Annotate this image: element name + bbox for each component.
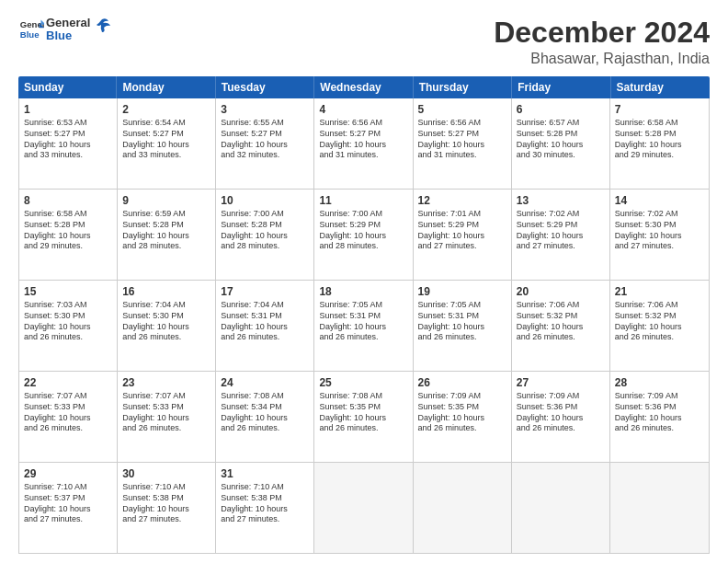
day-number: 4 [319, 102, 407, 117]
day-number: 26 [418, 375, 506, 390]
calendar-cell: 31Sunrise: 7:10 AMSunset: 5:38 PMDayligh… [216, 463, 314, 553]
calendar-cell: 19Sunrise: 7:05 AMSunset: 5:31 PMDayligh… [414, 281, 512, 371]
cell-info: Sunrise: 7:08 AMSunset: 5:34 PMDaylight:… [221, 391, 309, 434]
cell-info: Sunrise: 7:02 AMSunset: 5:29 PMDaylight:… [517, 209, 605, 252]
svg-text:Blue: Blue [20, 29, 40, 40]
day-number: 27 [517, 375, 605, 390]
day-number: 16 [122, 284, 210, 299]
page: General Blue General Blue December 2024 … [0, 0, 728, 563]
calendar-cell [414, 463, 512, 553]
day-number: 14 [615, 193, 704, 208]
calendar-cell [610, 463, 709, 553]
day-number: 18 [319, 284, 407, 299]
cell-info: Sunrise: 7:07 AMSunset: 5:33 PMDaylight:… [122, 391, 210, 434]
cell-info: Sunrise: 7:00 AMSunset: 5:28 PMDaylight:… [221, 209, 309, 252]
calendar-cell: 22Sunrise: 7:07 AMSunset: 5:33 PMDayligh… [19, 372, 118, 462]
day-number: 13 [517, 193, 605, 208]
cell-info: Sunrise: 7:00 AMSunset: 5:29 PMDaylight:… [319, 209, 407, 252]
calendar-cell [314, 463, 413, 553]
day-number: 20 [517, 284, 605, 299]
cell-info: Sunrise: 7:04 AMSunset: 5:31 PMDaylight:… [221, 300, 309, 343]
cell-info: Sunrise: 6:56 AMSunset: 5:27 PMDaylight:… [319, 118, 407, 161]
calendar-cell: 27Sunrise: 7:09 AMSunset: 5:36 PMDayligh… [512, 372, 610, 462]
day-number: 12 [418, 193, 506, 208]
cell-info: Sunrise: 6:59 AMSunset: 5:28 PMDaylight:… [122, 209, 210, 252]
day-number: 24 [221, 375, 309, 390]
day-number: 19 [418, 284, 506, 299]
day-number: 7 [615, 102, 704, 117]
day-number: 1 [24, 102, 112, 117]
cell-info: Sunrise: 7:07 AMSunset: 5:33 PMDaylight:… [24, 391, 112, 434]
calendar-cell: 5Sunrise: 6:56 AMSunset: 5:27 PMDaylight… [414, 98, 512, 189]
day-number: 23 [122, 375, 210, 390]
day-number: 10 [221, 193, 309, 208]
calendar: Sunday Monday Tuesday Wednesday Thursday… [18, 76, 710, 554]
header: General Blue General Blue December 2024 … [18, 17, 710, 67]
calendar-cell [512, 463, 610, 553]
calendar-cell: 3Sunrise: 6:55 AMSunset: 5:27 PMDaylight… [216, 98, 314, 189]
logo-bird-icon [92, 16, 112, 36]
cell-info: Sunrise: 7:01 AMSunset: 5:29 PMDaylight:… [418, 209, 506, 252]
day-tuesday: Tuesday [216, 76, 314, 98]
calendar-week-3: 15Sunrise: 7:03 AMSunset: 5:30 PMDayligh… [19, 281, 709, 372]
day-friday: Friday [512, 76, 610, 98]
day-number: 15 [24, 284, 112, 299]
cell-info: Sunrise: 6:58 AMSunset: 5:28 PMDaylight:… [24, 209, 112, 252]
cell-info: Sunrise: 6:55 AMSunset: 5:27 PMDaylight:… [221, 118, 309, 161]
day-number: 9 [122, 193, 210, 208]
cell-info: Sunrise: 6:56 AMSunset: 5:27 PMDaylight:… [418, 118, 506, 161]
calendar-cell: 17Sunrise: 7:04 AMSunset: 5:31 PMDayligh… [216, 281, 314, 371]
calendar-cell: 7Sunrise: 6:58 AMSunset: 5:28 PMDaylight… [610, 98, 709, 189]
cell-info: Sunrise: 7:03 AMSunset: 5:30 PMDaylight:… [24, 300, 112, 343]
cell-info: Sunrise: 6:54 AMSunset: 5:27 PMDaylight:… [122, 118, 210, 161]
day-number: 28 [615, 375, 704, 390]
cell-info: Sunrise: 6:53 AMSunset: 5:27 PMDaylight:… [24, 118, 112, 161]
calendar-cell: 18Sunrise: 7:05 AMSunset: 5:31 PMDayligh… [314, 281, 413, 371]
logo: General Blue General Blue [18, 17, 112, 43]
cell-info: Sunrise: 7:09 AMSunset: 5:35 PMDaylight:… [418, 391, 506, 434]
calendar-cell: 24Sunrise: 7:08 AMSunset: 5:34 PMDayligh… [216, 372, 314, 462]
cell-info: Sunrise: 7:10 AMSunset: 5:37 PMDaylight:… [24, 482, 112, 525]
day-monday: Monday [117, 76, 215, 98]
cell-info: Sunrise: 6:57 AMSunset: 5:28 PMDaylight:… [517, 118, 605, 161]
calendar-cell: 26Sunrise: 7:09 AMSunset: 5:35 PMDayligh… [414, 372, 512, 462]
calendar-cell: 11Sunrise: 7:00 AMSunset: 5:29 PMDayligh… [314, 190, 413, 280]
cell-info: Sunrise: 7:06 AMSunset: 5:32 PMDaylight:… [517, 300, 605, 343]
calendar-week-5: 29Sunrise: 7:10 AMSunset: 5:37 PMDayligh… [19, 463, 709, 553]
day-number: 5 [418, 102, 506, 117]
calendar-week-1: 1Sunrise: 6:53 AMSunset: 5:27 PMDaylight… [19, 98, 709, 190]
day-number: 11 [319, 193, 407, 208]
calendar-cell: 25Sunrise: 7:08 AMSunset: 5:35 PMDayligh… [314, 372, 413, 462]
calendar-cell: 2Sunrise: 6:54 AMSunset: 5:27 PMDaylight… [118, 98, 216, 189]
calendar-week-2: 8Sunrise: 6:58 AMSunset: 5:28 PMDaylight… [19, 190, 709, 281]
calendar-cell: 13Sunrise: 7:02 AMSunset: 5:29 PMDayligh… [512, 190, 610, 280]
calendar-cell: 4Sunrise: 6:56 AMSunset: 5:27 PMDaylight… [314, 98, 413, 189]
calendar-cell: 14Sunrise: 7:02 AMSunset: 5:30 PMDayligh… [610, 190, 709, 280]
cell-info: Sunrise: 7:09 AMSunset: 5:36 PMDaylight:… [615, 391, 704, 434]
day-saturday: Saturday [611, 76, 710, 98]
day-number: 2 [122, 102, 210, 117]
cell-info: Sunrise: 7:05 AMSunset: 5:31 PMDaylight:… [418, 300, 506, 343]
cell-info: Sunrise: 7:09 AMSunset: 5:36 PMDaylight:… [517, 391, 605, 434]
day-number: 29 [24, 466, 112, 481]
main-title: December 2024 [494, 17, 710, 49]
day-number: 8 [24, 193, 112, 208]
calendar-cell: 6Sunrise: 6:57 AMSunset: 5:28 PMDaylight… [512, 98, 610, 189]
day-number: 21 [615, 284, 704, 299]
calendar-cell: 23Sunrise: 7:07 AMSunset: 5:33 PMDayligh… [118, 372, 216, 462]
calendar-cell: 30Sunrise: 7:10 AMSunset: 5:38 PMDayligh… [118, 463, 216, 553]
logo-blue: Blue [46, 29, 90, 42]
cell-info: Sunrise: 7:02 AMSunset: 5:30 PMDaylight:… [615, 209, 704, 252]
cell-info: Sunrise: 7:10 AMSunset: 5:38 PMDaylight:… [122, 482, 210, 525]
day-number: 31 [221, 466, 309, 481]
calendar-cell: 15Sunrise: 7:03 AMSunset: 5:30 PMDayligh… [19, 281, 118, 371]
cell-info: Sunrise: 7:10 AMSunset: 5:38 PMDaylight:… [221, 482, 309, 525]
calendar-cell: 1Sunrise: 6:53 AMSunset: 5:27 PMDaylight… [19, 98, 118, 189]
cell-info: Sunrise: 7:08 AMSunset: 5:35 PMDaylight:… [319, 391, 407, 434]
cell-info: Sunrise: 7:04 AMSunset: 5:30 PMDaylight:… [122, 300, 210, 343]
calendar-cell: 20Sunrise: 7:06 AMSunset: 5:32 PMDayligh… [512, 281, 610, 371]
calendar-cell: 9Sunrise: 6:59 AMSunset: 5:28 PMDaylight… [118, 190, 216, 280]
calendar-cell: 21Sunrise: 7:06 AMSunset: 5:32 PMDayligh… [610, 281, 709, 371]
calendar-header: Sunday Monday Tuesday Wednesday Thursday… [18, 76, 710, 98]
calendar-cell: 10Sunrise: 7:00 AMSunset: 5:28 PMDayligh… [216, 190, 314, 280]
